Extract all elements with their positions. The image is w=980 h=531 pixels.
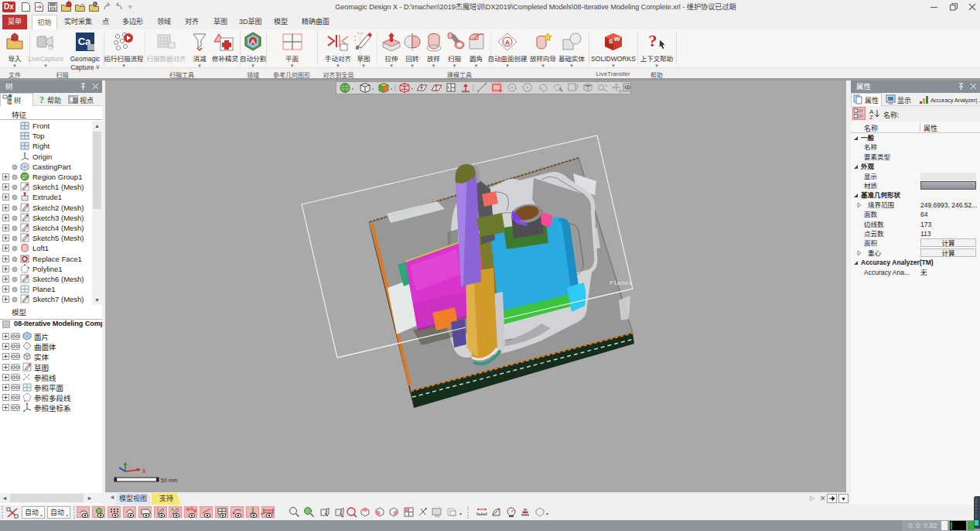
svg-text:x: x (142, 467, 146, 474)
svg-text:Z: Z (869, 114, 873, 119)
svg-text:A: A (505, 39, 510, 46)
svg-text:W: W (614, 36, 620, 43)
svg-text:S: S (609, 38, 613, 45)
svg-text:A: A (251, 38, 256, 46)
svg-text:Plane4: Plane4 (610, 279, 632, 286)
svg-text:?: ? (649, 32, 657, 50)
svg-text:?: ? (39, 94, 44, 104)
svg-text:50 mm: 50 mm (161, 478, 178, 483)
